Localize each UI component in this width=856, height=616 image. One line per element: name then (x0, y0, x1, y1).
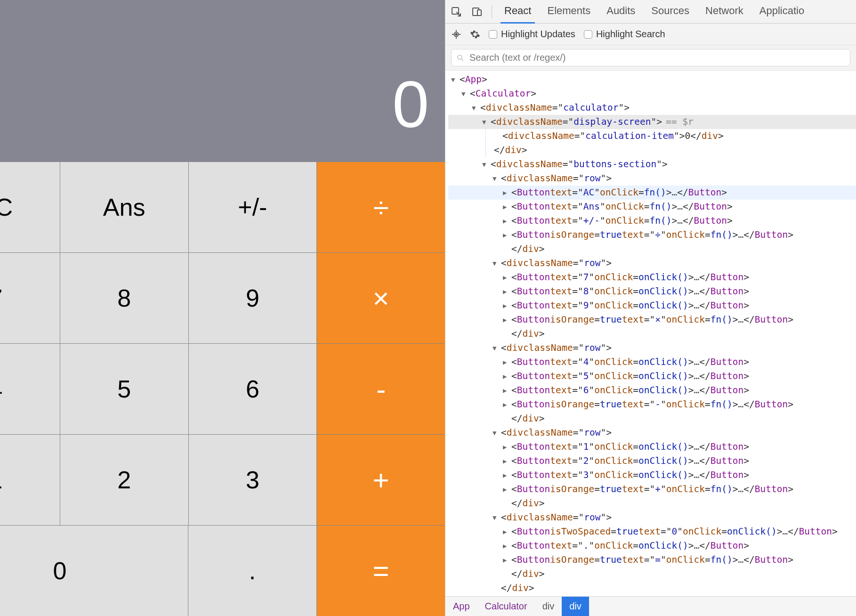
display-screen: 0 (0, 0, 445, 162)
tree-button[interactable]: <Button text="6" onClick=onClick()>…</Bu… (448, 383, 856, 397)
plus-minus-button[interactable]: +/- (189, 162, 317, 252)
tree-close-row[interactable]: </div> (448, 496, 856, 511)
devtools-toolbar: ReactElementsAuditsSourcesNetworkApplica… (445, 0, 856, 24)
seven-button[interactable]: 7 (0, 252, 60, 343)
highlight-updates-checkbox[interactable]: Highlight Updates (489, 29, 575, 40)
multiply-button[interactable]: × (317, 252, 445, 343)
tree-button[interactable]: <Button text="4" onClick=onClick()>…</Bu… (448, 355, 856, 369)
calculator-row: 0.= (0, 525, 445, 616)
tree-button[interactable]: <Button text="." onClick=onClick()>…</Bu… (448, 539, 856, 553)
devtools-tab-react[interactable]: React (501, 0, 535, 24)
tree-div-buttons-section[interactable]: <div className="buttons-section"> (448, 157, 856, 171)
calculator-viewport: 0 ACAns+/-÷789×456-123+0.= (0, 0, 445, 616)
equals-button[interactable]: = (317, 525, 445, 616)
tree-button[interactable]: <Button text="5" onClick=onClick()>…</Bu… (448, 369, 856, 383)
one-button[interactable]: 1 (0, 434, 60, 525)
tree-app[interactable]: <App> (448, 73, 856, 87)
tree-button[interactable]: <Button isOrange=true text="+" onClick=f… (448, 482, 856, 496)
svg-point-5 (458, 55, 462, 59)
devtools-tab-network[interactable]: Network (702, 0, 747, 24)
tree-button[interactable]: <Button isTwoSpaced=true text="0" onClic… (448, 525, 856, 539)
calculator-row: 789× (0, 252, 445, 343)
calculator-inner: 0 ACAns+/-÷789×456-123+0.= (0, 0, 445, 616)
search-icon (456, 54, 465, 62)
tree-close-row[interactable]: </div> (448, 242, 856, 256)
divide-button[interactable]: ÷ (317, 162, 445, 252)
highlight-search-checkbox[interactable]: Highlight Search (584, 29, 665, 40)
minus-button[interactable]: - (317, 343, 445, 434)
target-icon[interactable] (451, 29, 461, 40)
component-tree[interactable]: <App><Calculator><div className="calcula… (445, 71, 856, 596)
calculator-row: ACAns+/-÷ (0, 162, 445, 252)
six-button[interactable]: 6 (189, 343, 317, 434)
four-button[interactable]: 4 (0, 343, 60, 434)
nine-button[interactable]: 9 (189, 252, 317, 343)
three-button[interactable]: 3 (189, 434, 317, 525)
inspect-icon[interactable] (450, 6, 462, 18)
react-subtoolbar: Highlight Updates Highlight Search (445, 24, 856, 45)
devtools-panel: ReactElementsAuditsSourcesNetworkApplica… (445, 0, 856, 616)
calculator-row: 456- (0, 343, 445, 434)
tree-div-row[interactable]: <div className="row"> (448, 256, 856, 270)
tree-close-row[interactable]: </div> (448, 327, 856, 341)
tree-div-row[interactable]: <div className="row"> (448, 426, 856, 440)
tree-div-calculator[interactable]: <div className="calculator"> (448, 101, 856, 115)
tree-button[interactable]: <Button isOrange=true text="=" onClick=f… (448, 553, 856, 567)
display-value: 0 (392, 66, 428, 143)
tree-button[interactable]: <Button text="1" onClick=onClick()>…</Bu… (448, 440, 856, 454)
eight-button[interactable]: 8 (60, 252, 189, 343)
gear-icon[interactable] (470, 29, 480, 40)
tree-button[interactable]: <Button text="2" onClick=onClick()>…</Bu… (448, 454, 856, 468)
tree-div-row[interactable]: <div className="row"> (448, 171, 856, 186)
tree-button[interactable]: <Button isOrange=true text="×" onClick=f… (448, 313, 856, 327)
tree-button[interactable]: <Button text="7" onClick=onClick()>…</Bu… (448, 270, 856, 284)
tree-calculator[interactable]: <Calculator> (448, 87, 856, 101)
devtools-tab-audits[interactable]: Audits (603, 0, 639, 24)
tree-calculation-item[interactable]: <div className="calculation-item">0</div… (493, 129, 856, 143)
svg-point-4 (455, 33, 457, 35)
tree-button[interactable]: <Button text="9" onClick=onClick()>…</Bu… (448, 299, 856, 313)
tree-button[interactable]: <Button text="Ans" onClick=fn()>…</Butto… (448, 200, 856, 214)
devtools-search-bar: Search (text or /regex/) (445, 45, 856, 71)
breadcrumb-div-3[interactable]: div (562, 597, 589, 616)
tree-button[interactable]: <Button isOrange=true text="-" onClick=f… (448, 397, 856, 412)
tree-button[interactable]: <Button text="8" onClick=onClick()>…</Bu… (448, 284, 856, 299)
tree-div-row[interactable]: <div className="row"> (448, 341, 856, 355)
search-placeholder: Search (text or /regex/) (469, 52, 566, 63)
search-input[interactable]: Search (text or /regex/) (451, 49, 850, 66)
tree-div-display-screen[interactable]: <div className="display-screen">== $r (448, 115, 856, 129)
tree-close-row[interactable]: </div> (448, 412, 856, 426)
ans-button[interactable]: Ans (60, 162, 189, 252)
devtools-tab-applicatio[interactable]: Applicatio (756, 0, 808, 24)
breadcrumb-calculator-1[interactable]: Calculator (477, 597, 535, 616)
breadcrumb-div-2[interactable]: div (535, 597, 562, 616)
tree-close-buttons[interactable]: </div> (448, 581, 856, 595)
ac-button[interactable]: AC (0, 162, 60, 252)
plus-button[interactable]: + (317, 434, 445, 525)
two-button[interactable]: 2 (60, 434, 189, 525)
calculator-app: 0 ACAns+/-÷789×456-123+0.= (0, 0, 445, 616)
tree-close-row[interactable]: </div> (448, 567, 856, 581)
highlight-updates-label: Highlight Updates (501, 29, 575, 40)
device-toggle-icon[interactable] (471, 6, 483, 18)
devtools-tab-sources[interactable]: Sources (647, 0, 693, 24)
devtools-tab-elements[interactable]: Elements (543, 0, 594, 24)
five-button[interactable]: 5 (60, 343, 189, 434)
tree-button[interactable]: <Button isOrange=true text="÷" onClick=f… (448, 228, 856, 242)
svg-rect-2 (477, 10, 481, 16)
breadcrumb-app-0[interactable]: App (445, 597, 477, 616)
highlight-search-label: Highlight Search (596, 29, 665, 40)
devtools-tabs: ReactElementsAuditsSourcesNetworkApplica… (501, 0, 808, 24)
tree-div-row[interactable]: <div className="row"> (448, 511, 856, 525)
tree-button[interactable]: <Button text="3" onClick=onClick()>…</Bu… (448, 468, 856, 482)
decimal-button[interactable]: . (188, 525, 317, 616)
buttons-section: ACAns+/-÷789×456-123+0.= (0, 162, 445, 616)
tree-button[interactable]: <Button text="+/-" onClick=fn()>…</Butto… (448, 214, 856, 228)
calculator-row: 123+ (0, 434, 445, 525)
tree-button[interactable]: <Button text="AC" onClick=fn()>…</Button… (448, 186, 856, 200)
tree-close-display[interactable]: </div> (485, 143, 856, 157)
zero-button[interactable]: 0 (0, 525, 188, 616)
breadcrumb: AppCalculatordivdiv (445, 596, 856, 616)
